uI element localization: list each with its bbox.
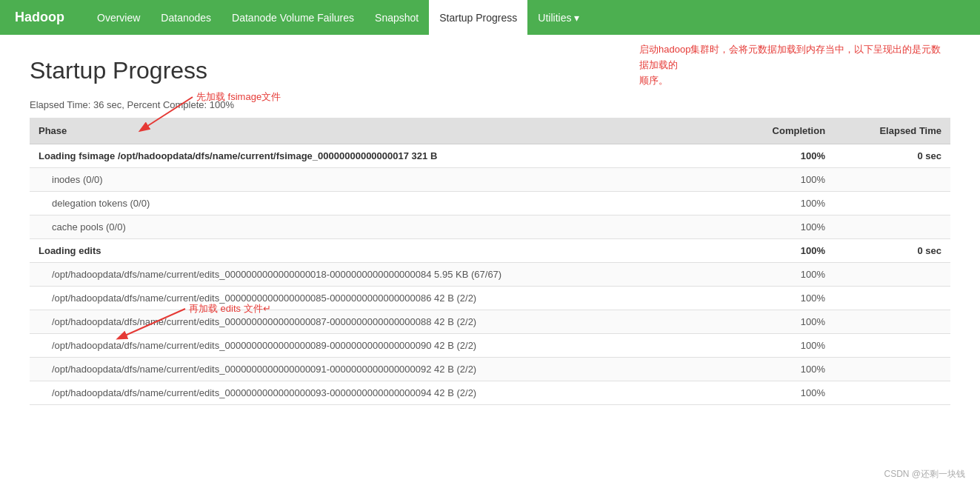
cell-phase: /opt/hadoopdata/dfs/name/current/edits_0… — [30, 263, 731, 287]
startup-table: Phase Completion Elapsed Time Loading fs… — [30, 118, 950, 405]
table-row: inodes (0/0)100% — [30, 168, 950, 192]
cell-completion: 100% — [731, 334, 834, 358]
nav-datanode-volume-failures[interactable]: Datanode Volume Failures — [221, 0, 364, 35]
nav-startup-progress[interactable]: Startup Progress — [429, 0, 527, 35]
col-phase: Phase — [30, 118, 731, 144]
cell-elapsed — [834, 168, 950, 192]
table-row: /opt/hadoopdata/dfs/name/current/edits_0… — [30, 334, 950, 358]
cell-phase: Loading fsimage /opt/hadoopdata/dfs/name… — [30, 144, 731, 168]
cell-phase: /opt/hadoopdata/dfs/name/current/edits_0… — [30, 358, 731, 381]
annotation-line2: 顺序。 — [639, 73, 950, 89]
nav-utilities[interactable]: Utilities ▾ — [527, 0, 590, 35]
cell-elapsed — [834, 310, 950, 334]
cell-phase: inodes (0/0) — [30, 168, 731, 192]
table-row: /opt/hadoopdata/dfs/name/current/edits_0… — [30, 310, 950, 334]
cell-completion: 100% — [731, 168, 834, 192]
cell-elapsed — [834, 358, 950, 381]
col-completion: Completion — [731, 118, 834, 144]
cell-completion: 100% — [731, 144, 834, 168]
cell-phase: /opt/hadoopdata/dfs/name/current/edits_0… — [30, 287, 731, 310]
cell-completion: 100% — [731, 192, 834, 215]
table-row: Loading fsimage /opt/hadoopdata/dfs/name… — [30, 144, 950, 168]
cell-elapsed — [834, 287, 950, 310]
cell-elapsed — [834, 334, 950, 358]
cell-elapsed — [834, 192, 950, 215]
table-header-row: Phase Completion Elapsed Time — [30, 118, 950, 144]
table-row: /opt/hadoopdata/dfs/name/current/edits_0… — [30, 287, 950, 310]
table-row: /opt/hadoopdata/dfs/name/current/edits_0… — [30, 381, 950, 405]
cell-completion: 100% — [731, 215, 834, 239]
cell-elapsed — [834, 381, 950, 405]
cell-phase: delegation tokens (0/0) — [30, 192, 731, 215]
nav-overview[interactable]: Overview — [87, 0, 150, 35]
cell-elapsed: 0 sec — [834, 239, 950, 263]
cell-completion: 100% — [731, 287, 834, 310]
cell-completion: 100% — [731, 263, 834, 287]
cell-completion: 100% — [731, 381, 834, 405]
elapsed-info: Elapsed Time: 36 sec, Percent Complete: … — [30, 99, 950, 110]
col-elapsed: Elapsed Time — [834, 118, 950, 144]
top-annotation: 启动hadoop集群时，会将元数据加载到内存当中，以下呈现出的是元数据加载的 顺… — [639, 42, 950, 88]
cell-phase: /opt/hadoopdata/dfs/name/current/edits_0… — [30, 381, 731, 405]
table-row: cache pools (0/0)100% — [30, 215, 950, 239]
table-row: Loading edits100%0 sec — [30, 239, 950, 263]
nav-snapshot[interactable]: Snapshot — [364, 0, 429, 35]
cell-phase: /opt/hadoopdata/dfs/name/current/edits_0… — [30, 334, 731, 358]
main-content: 启动hadoop集群时，会将元数据加载到内存当中，以下呈现出的是元数据加载的 顺… — [0, 35, 980, 427]
cell-elapsed — [834, 263, 950, 287]
brand-logo: Hadoop — [7, 10, 72, 25]
navbar: Hadoop Overview Datanodes Datanode Volum… — [0, 0, 980, 35]
nav-datanodes[interactable]: Datanodes — [150, 0, 221, 35]
table-row: /opt/hadoopdata/dfs/name/current/edits_0… — [30, 263, 950, 287]
table-row: /opt/hadoopdata/dfs/name/current/edits_0… — [30, 358, 950, 381]
cell-elapsed — [834, 215, 950, 239]
cell-completion: 100% — [731, 310, 834, 334]
cell-phase: Loading edits — [30, 239, 731, 263]
cell-phase: cache pools (0/0) — [30, 215, 731, 239]
annotation-line1: 启动hadoop集群时，会将元数据加载到内存当中，以下呈现出的是元数据加载的 — [639, 42, 950, 73]
cell-completion: 100% — [731, 358, 834, 381]
cell-elapsed: 0 sec — [834, 144, 950, 168]
cell-phase: /opt/hadoopdata/dfs/name/current/edits_0… — [30, 310, 731, 334]
cell-completion: 100% — [731, 239, 834, 263]
table-row: delegation tokens (0/0)100% — [30, 192, 950, 215]
